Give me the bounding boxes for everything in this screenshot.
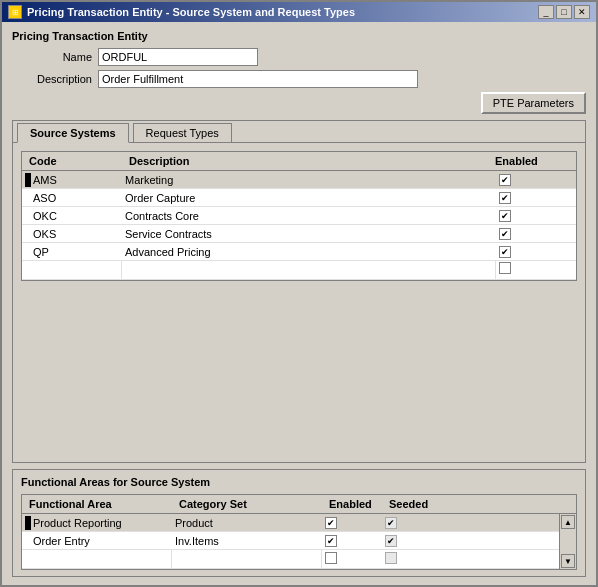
source-table-row[interactable]: ASO Order Capture xyxy=(22,189,576,207)
func-row-category: Product xyxy=(172,516,322,530)
func-col-category: Category Set xyxy=(176,497,326,511)
source-table-row[interactable]: QP Advanced Pricing xyxy=(22,243,576,261)
window-icon: ⊞ xyxy=(8,5,22,19)
enabled-checkbox[interactable] xyxy=(499,228,511,240)
func-row-enabled[interactable] xyxy=(322,533,382,548)
func-table-header: Functional Area Category Set Enabled See… xyxy=(22,495,576,514)
source-table-body: AMS Marketing ASO Order Capture OKC Cont… xyxy=(22,171,576,280)
title-bar: ⊞ Pricing Transaction Entity - Source Sy… xyxy=(2,2,596,22)
enabled-checkbox[interactable] xyxy=(499,246,511,258)
maximize-button[interactable]: □ xyxy=(556,5,572,19)
source-row-description: Contracts Core xyxy=(122,209,496,223)
func-row-area: Order Entry xyxy=(22,534,172,548)
scroll-down-button[interactable]: ▼ xyxy=(561,554,575,568)
func-seeded-checkbox xyxy=(385,517,397,529)
empty-cell xyxy=(22,261,122,279)
source-empty-row xyxy=(22,261,576,280)
func-table-row[interactable]: Order Entry Inv.Items xyxy=(22,532,559,550)
row-indicator xyxy=(25,516,31,530)
func-enabled-checkbox[interactable] xyxy=(325,535,337,547)
pte-parameters-button[interactable]: PTE Parameters xyxy=(481,92,586,114)
window-content: Pricing Transaction Entity Name Descript… xyxy=(2,22,596,585)
func-row-enabled[interactable] xyxy=(322,515,382,530)
source-row-code: QP xyxy=(22,245,122,259)
tab-request-types[interactable]: Request Types xyxy=(133,123,232,142)
main-window: ⊞ Pricing Transaction Entity - Source Sy… xyxy=(0,0,598,587)
description-label: Description xyxy=(12,73,92,85)
name-label: Name xyxy=(12,51,92,63)
form-section: Pricing Transaction Entity Name Descript… xyxy=(12,30,586,114)
func-empty-seeded xyxy=(382,551,442,567)
empty-cell xyxy=(22,550,172,568)
tab-section: Source Systems Request Types Code Descri… xyxy=(12,120,586,463)
functional-section: Functional Areas for Source System Funct… xyxy=(12,469,586,577)
functional-table: Functional Area Category Set Enabled See… xyxy=(21,494,577,570)
func-row-seeded xyxy=(382,515,442,530)
source-row-enabled[interactable] xyxy=(496,226,576,241)
window-title: Pricing Transaction Entity - Source Syst… xyxy=(27,6,355,18)
name-row: Name xyxy=(12,48,586,66)
source-table-row[interactable]: AMS Marketing xyxy=(22,171,576,189)
func-empty-checkbox[interactable] xyxy=(325,552,337,564)
enabled-checkbox[interactable] xyxy=(499,210,511,222)
source-table-row[interactable]: OKS Service Contracts xyxy=(22,225,576,243)
func-enabled-checkbox[interactable] xyxy=(325,517,337,529)
source-row-description: Advanced Pricing xyxy=(122,245,496,259)
row-indicator xyxy=(25,173,31,187)
func-rows-area: Product Reporting Product Order Entry In… xyxy=(22,514,576,569)
pte-button-row: PTE Parameters xyxy=(12,92,586,114)
source-row-description: Order Capture xyxy=(122,191,496,205)
scroll-up-button[interactable]: ▲ xyxy=(561,515,575,529)
empty-cell xyxy=(172,550,322,568)
source-row-code: OKC xyxy=(22,209,122,223)
tab-source-systems[interactable]: Source Systems xyxy=(17,123,129,143)
func-empty-enabled[interactable] xyxy=(322,551,382,567)
func-row-seeded xyxy=(382,533,442,548)
source-row-code: ASO xyxy=(22,191,122,205)
enabled-checkbox[interactable] xyxy=(499,174,511,186)
source-row-enabled[interactable] xyxy=(496,244,576,259)
source-row-description: Service Contracts xyxy=(122,227,496,241)
func-table-row[interactable]: Product Reporting Product xyxy=(22,514,559,532)
empty-checkbox[interactable] xyxy=(499,262,511,274)
name-input[interactable] xyxy=(98,48,258,66)
func-col-enabled: Enabled xyxy=(326,497,386,511)
functional-scrollbar[interactable]: ▲ ▼ xyxy=(559,514,576,569)
source-row-enabled[interactable] xyxy=(496,208,576,223)
func-row-area: Product Reporting xyxy=(22,515,172,531)
col-header-code: Code xyxy=(26,154,126,168)
source-table-header: Code Description Enabled xyxy=(22,152,576,171)
func-col-scroll xyxy=(446,497,462,511)
empty-cell xyxy=(122,261,496,279)
source-row-description: Marketing xyxy=(122,173,496,187)
window-controls: _ □ ✕ xyxy=(538,5,590,19)
func-col-seeded: Seeded xyxy=(386,497,446,511)
source-row-enabled[interactable] xyxy=(496,172,576,187)
form-section-title: Pricing Transaction Entity xyxy=(12,30,586,42)
description-input[interactable] xyxy=(98,70,418,88)
tab-bar: Source Systems Request Types xyxy=(13,121,585,143)
func-empty-row xyxy=(22,550,559,569)
func-empty-seeded-checkbox xyxy=(385,552,397,564)
func-row-category: Inv.Items xyxy=(172,534,322,548)
source-row-code: AMS xyxy=(22,172,122,188)
close-button[interactable]: ✕ xyxy=(574,5,590,19)
source-systems-table: Code Description Enabled AMS Marketing A… xyxy=(21,151,577,281)
col-header-description: Description xyxy=(126,154,492,168)
enabled-checkbox[interactable] xyxy=(499,192,511,204)
functional-title: Functional Areas for Source System xyxy=(21,476,577,488)
col-header-enabled: Enabled xyxy=(492,154,572,168)
func-seeded-checkbox xyxy=(385,535,397,547)
source-row-code: OKS xyxy=(22,227,122,241)
func-col-area: Functional Area xyxy=(26,497,176,511)
minimize-button[interactable]: _ xyxy=(538,5,554,19)
source-table-row[interactable]: OKC Contracts Core xyxy=(22,207,576,225)
scroll-track xyxy=(561,529,575,554)
description-row: Description xyxy=(12,70,586,88)
source-row-enabled[interactable] xyxy=(496,190,576,205)
func-rows-content: Product Reporting Product Order Entry In… xyxy=(22,514,559,569)
source-systems-tab-content: Code Description Enabled AMS Marketing A… xyxy=(13,143,585,289)
empty-enabled-cell[interactable] xyxy=(496,261,576,279)
